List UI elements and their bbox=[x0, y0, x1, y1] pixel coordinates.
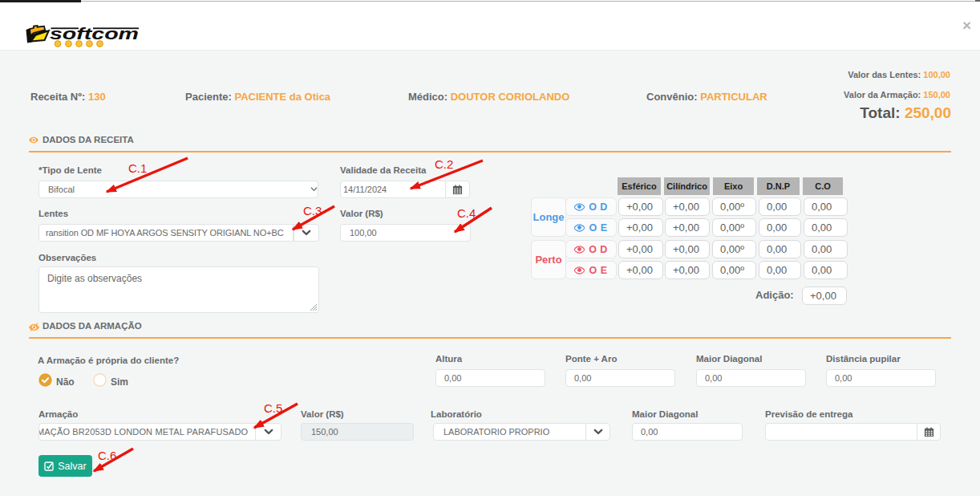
svg-text:softcom: softcom bbox=[50, 25, 139, 43]
